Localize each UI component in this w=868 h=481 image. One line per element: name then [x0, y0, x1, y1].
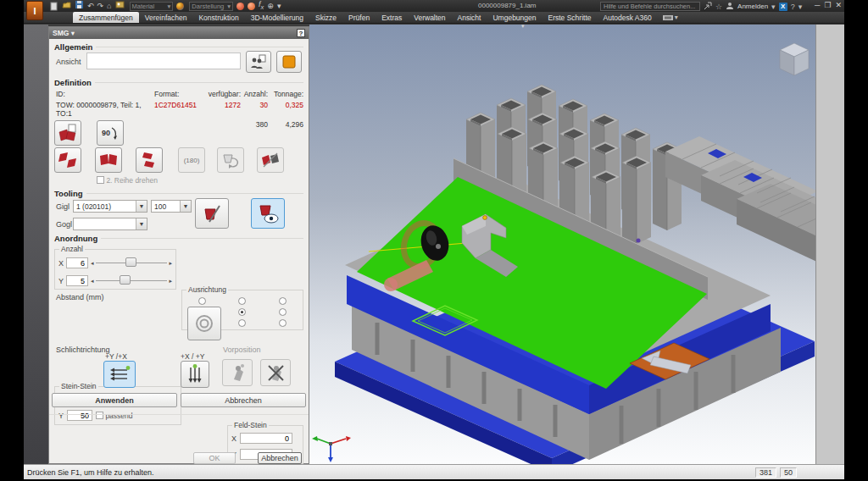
tab-zusammenfuegen[interactable]: Zusammenfügen — [73, 12, 139, 23]
qat-more-icon[interactable]: ▾ — [277, 2, 281, 11]
parameters-fx-icon[interactable]: fx — [259, 0, 264, 12]
align-top-left-radio[interactable] — [198, 297, 206, 305]
close-button[interactable]: ✕ — [835, 1, 842, 9]
material-sphere2-icon[interactable] — [248, 3, 255, 10]
xy-direction-button[interactable] — [181, 361, 209, 388]
material-dropdown[interactable]: Material▾ — [130, 2, 174, 11]
anzahl-y-label: Y — [58, 277, 64, 285]
anzahl-x-slider[interactable]: ◂▸ — [91, 260, 172, 267]
rotate-90-button[interactable]: 90 — [97, 120, 124, 146]
column-blocks-button[interactable] — [136, 147, 163, 173]
block-pair-button[interactable] — [54, 120, 81, 146]
count-col-label: Anzahl: — [241, 90, 268, 98]
tab-extras[interactable]: Extras — [376, 12, 408, 23]
tab-autodesk-a360[interactable]: Autodesk A360 — [598, 12, 658, 23]
yx-direction-label: +Y /+X — [105, 352, 127, 361]
ribbon-display-options[interactable]: ▾ — [663, 12, 678, 23]
second-row-rotate-checkbox[interactable]: 2. Reihe drehen — [97, 176, 158, 185]
align-top-center-radio[interactable] — [238, 297, 246, 305]
material-sphere-icon[interactable] — [236, 3, 244, 10]
status-coordinates: 381 50 — [755, 467, 797, 478]
appearance-dropdown[interactable]: Darstellung▾ — [189, 2, 233, 11]
undo-icon[interactable]: ↶ — [87, 2, 94, 11]
tab-ansicht[interactable]: Ansicht — [452, 12, 487, 23]
tab-skizze[interactable]: Skizze — [309, 12, 342, 23]
restore-button[interactable]: ❐ — [824, 1, 831, 9]
status-count-y: 50 — [780, 467, 797, 478]
inventor-app-icon[interactable]: I — [26, 1, 43, 20]
smg-dialog-header[interactable]: SMG ▾ ? — [49, 27, 309, 39]
tab-erste-schritte[interactable]: Erste Schritte — [542, 12, 598, 23]
preposition-button[interactable] — [222, 359, 253, 386]
gigl-select[interactable]: 1 (020101)▼ — [73, 200, 147, 213]
stein-y-input[interactable] — [67, 410, 92, 421]
appearance-sphere-icon — [176, 3, 184, 10]
measure-icon[interactable]: ⊕ — [267, 2, 274, 11]
model-viewport[interactable]: ▾ — [309, 25, 815, 464]
exchange-apps-icon[interactable]: X — [779, 3, 787, 11]
anzahl-y-input[interactable] — [66, 275, 88, 286]
home-icon[interactable]: ⌂ — [107, 2, 111, 11]
id-col-label: ID: — [56, 90, 154, 98]
save-icon[interactable] — [75, 0, 84, 12]
apply-button[interactable]: Anwenden — [52, 393, 177, 407]
new-file-icon[interactable] — [49, 2, 58, 11]
edit-tool-button[interactable] — [195, 198, 229, 229]
align-bottom-center-radio[interactable] — [238, 319, 246, 327]
ok-button[interactable]: OK — [193, 452, 236, 464]
tab-3d-modellierung[interactable]: 3D-Modellierung — [245, 12, 309, 23]
quick-access-toolbar: ↶ ↷ ⌂ Material▾ Darstellung▾ fx ⊕ ▾ — [49, 0, 281, 12]
tab-konstruktion[interactable]: Konstruktion — [192, 12, 244, 23]
view-people-button[interactable] — [246, 51, 271, 73]
stagger-blocks-button[interactable] — [54, 147, 81, 173]
stein-y-passend-checkbox[interactable]: passend — [96, 412, 133, 420]
ribbon-collapse-arrow[interactable]: ▾ — [521, 25, 525, 30]
anzahl-x-input[interactable] — [66, 257, 88, 268]
yx-direction-button[interactable] — [103, 361, 136, 388]
count-value: 30 — [241, 101, 268, 118]
open-file-icon[interactable] — [62, 0, 71, 12]
gogl-select[interactable]: ▼ — [73, 218, 147, 230]
tab-vereinfachen[interactable]: Vereinfachen — [139, 12, 193, 23]
tab-pruefen[interactable]: Prüfen — [342, 12, 376, 23]
signin-caret-icon[interactable]: ▾ — [771, 3, 776, 11]
swap-rotate-button[interactable] — [217, 147, 244, 173]
favorites-star-icon[interactable]: ☆ — [715, 3, 722, 11]
show-tool-button[interactable] — [251, 198, 285, 229]
align-center-radio[interactable] — [238, 308, 246, 316]
anzahl-fieldset: Anzahl X ◂▸ Y ◂▸ — [54, 249, 176, 290]
dialog-help-icon[interactable]: ? — [297, 29, 305, 37]
align-bottom-right-radio[interactable] — [279, 319, 287, 327]
tonnage-value: 0,325 — [268, 101, 303, 118]
preposition-off-button[interactable] — [260, 359, 291, 386]
center-distance-button[interactable] — [187, 307, 221, 340]
signin-link[interactable]: Anmelden — [737, 3, 768, 10]
tab-umgebungen[interactable]: Umgebungen — [487, 12, 542, 23]
tab-verwalten[interactable]: Verwalten — [408, 12, 451, 23]
block-hand-button[interactable] — [257, 147, 284, 173]
render-icon[interactable] — [115, 0, 125, 12]
app-window: I ↶ ↷ ⌂ Material▾ Darstellung▾ fx ⊕ ▾ 00… — [24, 0, 844, 479]
align-mid-right-radio[interactable] — [279, 308, 287, 316]
help-icon[interactable]: ? — [791, 3, 795, 11]
vorposition-label: Vorposition — [223, 346, 261, 354]
gigl-label: Gigl — [56, 202, 70, 211]
apply-cancel-button[interactable]: Abbrechen — [181, 393, 306, 407]
redo-icon[interactable]: ↷ — [97, 2, 104, 11]
share-icon[interactable] — [704, 2, 712, 12]
rotate-180-button[interactable]: (180) — [178, 147, 205, 173]
grinding-wheel-hub — [436, 244, 441, 249]
help-caret-icon[interactable]: ▾ — [798, 3, 803, 11]
align-top-right-radio[interactable] — [279, 297, 287, 305]
orange-to-button[interactable] — [276, 51, 302, 73]
ansicht-input[interactable] — [86, 53, 241, 69]
feld-x-input[interactable] — [240, 433, 292, 444]
cancel-button[interactable]: Abbrechen — [258, 452, 302, 464]
user-icon[interactable] — [726, 2, 734, 12]
minimize-button[interactable]: ─ — [815, 1, 820, 9]
anzahl-y-slider[interactable]: ◂▸ — [91, 278, 172, 285]
help-search-input[interactable]: Hilfe und Befehle durchsuchen... — [600, 2, 700, 11]
gigl-size-select[interactable]: 100▼ — [151, 200, 192, 213]
view-cube[interactable] — [780, 43, 809, 75]
pair-blocks-button[interactable] — [95, 147, 122, 173]
